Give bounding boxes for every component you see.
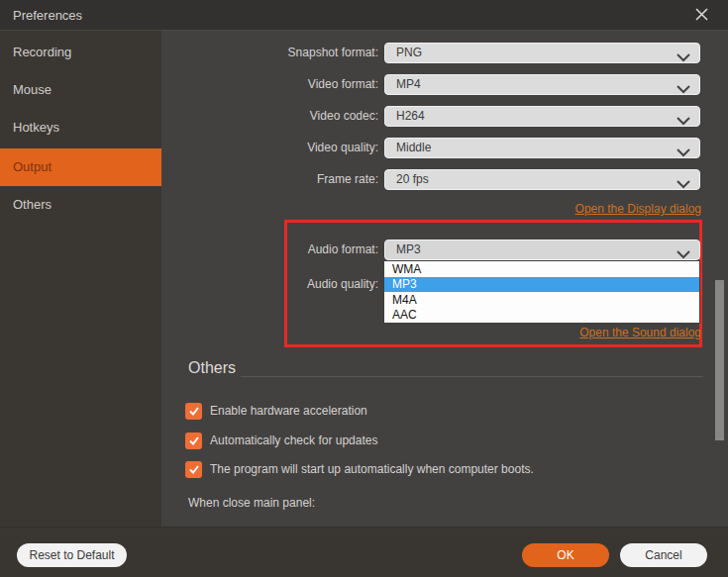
sidebar-item-mouse[interactable]: Mouse (0, 71, 161, 109)
snapshot-format-value: PNG (396, 46, 422, 59)
startup-checkbox[interactable] (185, 461, 202, 478)
check-updates-label: Automatically check for updates (210, 433, 377, 449)
sidebar-item-recording[interactable]: Recording (0, 34, 161, 71)
dropdown-option-m4a[interactable]: M4A (384, 292, 699, 308)
chevron-down-icon (676, 144, 690, 163)
audio-format-select[interactable]: MP3 (384, 240, 700, 260)
cancel-button[interactable]: Cancel (620, 543, 707, 567)
frame-rate-label: Frame rate: (178, 169, 378, 190)
video-codec-label: Video codec: (178, 106, 378, 127)
checkmark-icon (188, 433, 200, 450)
hardware-acceleration-label: Enable hardware acceleration (210, 403, 367, 420)
open-display-dialog-link[interactable]: Open the Display dialog (575, 202, 701, 216)
chevron-down-icon (676, 81, 690, 100)
ok-button[interactable]: OK (522, 543, 609, 567)
preferences-dialog: Preferences Recording Mouse Hotkeys Outp… (0, 0, 728, 577)
sidebar-item-others[interactable]: Others (0, 186, 161, 224)
hardware-acceleration-checkbox[interactable] (185, 403, 202, 420)
close-button[interactable] (687, 4, 715, 28)
sidebar-item-hotkeys[interactable]: Hotkeys (0, 109, 161, 146)
snapshot-format-label: Snapshot format: (178, 43, 378, 63)
chevron-down-icon (676, 113, 690, 132)
snapshot-format-select[interactable]: PNG (384, 43, 700, 63)
startup-label: The program will start up automatically … (210, 461, 534, 478)
video-codec-select[interactable]: H264 (384, 106, 700, 127)
titlebar: Preferences (0, 0, 728, 31)
video-codec-value: H264 (396, 109, 425, 123)
chevron-down-icon (676, 49, 690, 68)
audio-format-dropdown-list: WMA MP3 M4A AAC (383, 260, 700, 324)
when-close-main-panel-label: When close main panel: (188, 496, 315, 510)
video-quality-label: Video quality: (178, 138, 378, 158)
dropdown-option-aac[interactable]: AAC (384, 308, 699, 324)
checkmark-icon (188, 403, 200, 421)
audio-format-label: Audio format: (178, 240, 378, 260)
scrollbar-thumb[interactable] (715, 280, 724, 440)
others-section-heading: Others (188, 359, 236, 377)
video-format-value: MP4 (396, 77, 421, 91)
reset-to-default-button[interactable]: Reset to Default (17, 543, 127, 567)
dialog-title: Preferences (13, 0, 82, 31)
video-quality-value: Middle (396, 141, 431, 154)
sidebar: Recording Mouse Hotkeys Output Others (0, 31, 161, 527)
open-sound-dialog-link[interactable]: Open the Sound dialog (579, 326, 701, 339)
section-divider (241, 376, 703, 377)
dropdown-option-mp3[interactable]: MP3 (384, 277, 699, 293)
audio-format-value: MP3 (396, 242, 421, 256)
video-format-select[interactable]: MP4 (384, 74, 700, 95)
checkmark-icon (188, 461, 200, 479)
frame-rate-select[interactable]: 20 fps (384, 169, 700, 190)
sidebar-item-output[interactable]: Output (0, 148, 161, 186)
audio-quality-label: Audio quality: (178, 274, 378, 295)
dropdown-option-wma[interactable]: WMA (384, 261, 699, 277)
chevron-down-icon (676, 176, 690, 195)
close-icon (694, 7, 709, 25)
check-updates-checkbox[interactable] (185, 433, 202, 449)
video-quality-select[interactable]: Middle (384, 138, 700, 158)
video-format-label: Video format: (178, 74, 378, 95)
footer-bar: Reset to Default OK Cancel (0, 527, 728, 577)
frame-rate-value: 20 fps (396, 172, 429, 186)
